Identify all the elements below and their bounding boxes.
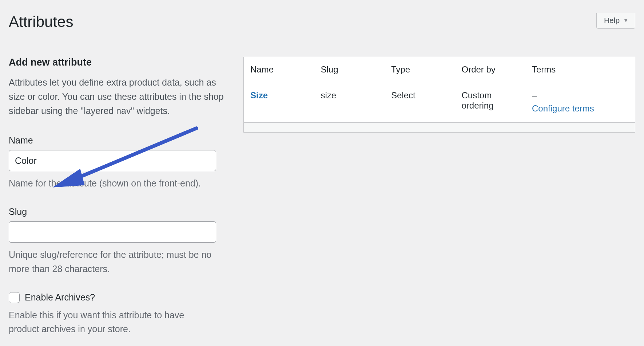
attribute-name-link[interactable]: Size [250, 90, 268, 100]
col-name: Name [244, 57, 314, 82]
attribute-order-by: Custom ordering [455, 82, 526, 122]
page-title: Attributes [9, 13, 635, 31]
configure-terms-link[interactable]: Configure terms [532, 103, 594, 113]
attributes-table: Name Slug Type Order by Terms Size size … [243, 57, 635, 133]
col-order-by: Order by [455, 57, 526, 82]
attributes-table-wrap: Name Slug Type Order by Terms Size size … [243, 57, 635, 133]
table-footer-spacer [244, 122, 635, 132]
chevron-down-icon: ▼ [623, 17, 628, 23]
col-type: Type [385, 57, 455, 82]
help-toggle[interactable]: Help ▼ [596, 13, 635, 29]
form-intro: Attributes let you define extra product … [9, 75, 227, 118]
col-slug: Slug [314, 57, 385, 82]
col-terms: Terms [525, 57, 635, 82]
attribute-slug: size [314, 82, 385, 122]
name-help: Name for the attribute (shown on the fro… [9, 176, 212, 190]
slug-label: Slug [9, 207, 229, 217]
table-row: Size size Select Custom ordering – Confi… [244, 82, 635, 122]
name-input[interactable] [9, 150, 216, 171]
name-label: Name [9, 135, 229, 146]
form-heading: Add new attribute [9, 57, 229, 68]
add-attribute-form: Add new attribute Attributes let you def… [9, 57, 229, 341]
attribute-type: Select [385, 82, 455, 122]
slug-help: Unique slug/reference for the attribute;… [9, 248, 212, 276]
enable-archives-label: Enable Archives? [25, 292, 95, 303]
terms-dash: – [532, 90, 628, 101]
enable-archives-help: Enable this if you want this attribute t… [9, 308, 212, 337]
enable-archives-checkbox[interactable] [9, 292, 20, 303]
help-label: Help [604, 16, 620, 25]
slug-input[interactable] [9, 221, 216, 243]
table-header-row: Name Slug Type Order by Terms [244, 57, 635, 82]
